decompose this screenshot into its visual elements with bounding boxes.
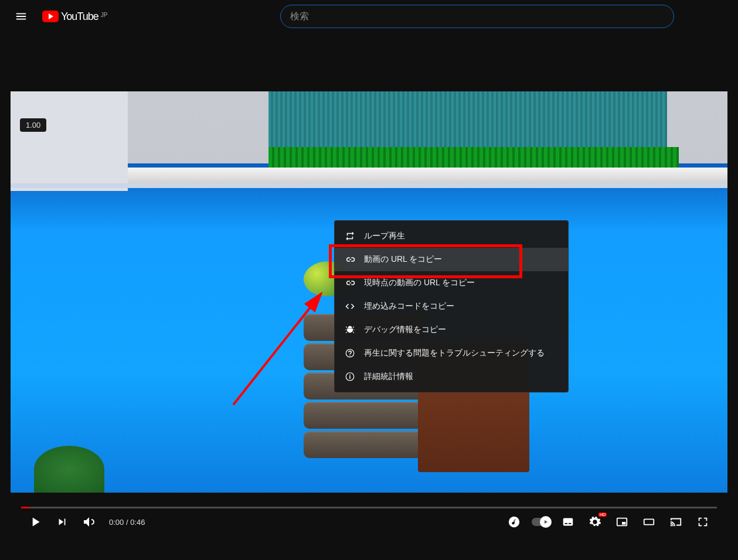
- fullscreen-button[interactable]: [692, 511, 713, 532]
- menu-label: 現時点の動画の URL をコピー: [364, 278, 475, 288]
- menu-button[interactable]: [9, 5, 33, 28]
- autoplay-toggle[interactable]: [530, 511, 552, 532]
- context-menu: ループ再生 動画の URL をコピー 現時点の動画の URL をコピー 埋め込み…: [334, 220, 569, 392]
- menu-copy-debug[interactable]: デバッグ情報をコピー: [335, 318, 568, 342]
- fullscreen-icon: [696, 515, 709, 528]
- progress-bar[interactable]: [21, 507, 717, 508]
- link-icon: [344, 277, 356, 289]
- next-button[interactable]: [52, 511, 73, 532]
- menu-label: 再生に関する問題をトラブルシューティングする: [364, 348, 545, 358]
- search-container: [280, 5, 674, 28]
- miniplayer-icon: [615, 515, 628, 528]
- next-icon: [56, 515, 69, 528]
- hamburger-icon: [15, 10, 28, 23]
- toggle-icon: [532, 518, 550, 526]
- svg-rect-5: [565, 523, 568, 524]
- subtitles-icon: [562, 515, 574, 528]
- theater-icon: [642, 515, 655, 528]
- link-icon: [344, 254, 356, 265]
- menu-troubleshoot[interactable]: 再生に関する問題をトラブルシューティングする: [335, 342, 568, 365]
- theater-button[interactable]: [638, 511, 659, 532]
- youtube-play-icon: [42, 11, 59, 22]
- info-icon: [344, 371, 356, 383]
- svg-rect-9: [644, 519, 654, 524]
- youtube-logo[interactable]: YouTube JP: [42, 11, 107, 23]
- menu-label: 詳細統計情報: [364, 371, 413, 382]
- settings-button[interactable]: [584, 511, 606, 532]
- video-player[interactable]: ループ再生 動画の URL をコピー 現時点の動画の URL をコピー 埋め込み…: [11, 91, 727, 493]
- search-box[interactable]: [280, 5, 674, 28]
- time-display: 0:00 / 0:46: [109, 518, 145, 527]
- youtube-brand-text: YouTube: [61, 11, 98, 23]
- volume-button[interactable]: [79, 511, 100, 532]
- music-note-icon: [508, 515, 521, 528]
- menu-copy-url-time[interactable]: 現時点の動画の URL をコピー: [335, 271, 568, 295]
- video-area: 1.00 ループ再生 動画の URL をコピー 現時: [11, 91, 727, 535]
- player-controls: 0:00 / 0:46: [21, 493, 717, 535]
- speed-badge: 1.00: [20, 118, 46, 132]
- volume-icon: [82, 515, 96, 529]
- time-current: 0:00: [109, 518, 124, 527]
- svg-rect-6: [569, 523, 572, 524]
- play-button[interactable]: [25, 511, 46, 532]
- subtitles-button[interactable]: [557, 511, 579, 532]
- menu-label: ループ再生: [364, 231, 405, 241]
- play-icon: [28, 514, 43, 530]
- svg-rect-4: [563, 518, 573, 526]
- menu-loop[interactable]: ループ再生: [335, 224, 568, 248]
- time-duration: 0:46: [130, 518, 145, 527]
- menu-copy-url[interactable]: 動画の URL をコピー: [335, 248, 568, 271]
- search-input[interactable]: [290, 11, 664, 22]
- svg-rect-8: [622, 522, 625, 525]
- menu-label: デバッグ情報をコピー: [364, 325, 446, 335]
- music-button[interactable]: [504, 511, 525, 532]
- embed-icon: [344, 301, 356, 312]
- menu-copy-embed[interactable]: 埋め込みコードをコピー: [335, 295, 568, 318]
- menu-label: 埋め込みコードをコピー: [364, 301, 454, 312]
- loop-icon: [344, 230, 356, 242]
- gear-icon: [589, 515, 601, 528]
- header: YouTube JP: [0, 0, 738, 33]
- menu-label: 動画の URL をコピー: [364, 254, 442, 265]
- miniplayer-button[interactable]: [611, 511, 632, 532]
- region-label: JP: [101, 12, 108, 18]
- help-icon: [344, 347, 356, 359]
- menu-stats[interactable]: 詳細統計情報: [335, 365, 568, 388]
- cast-icon: [669, 515, 682, 528]
- cast-button[interactable]: [665, 511, 686, 532]
- bug-icon: [344, 324, 356, 336]
